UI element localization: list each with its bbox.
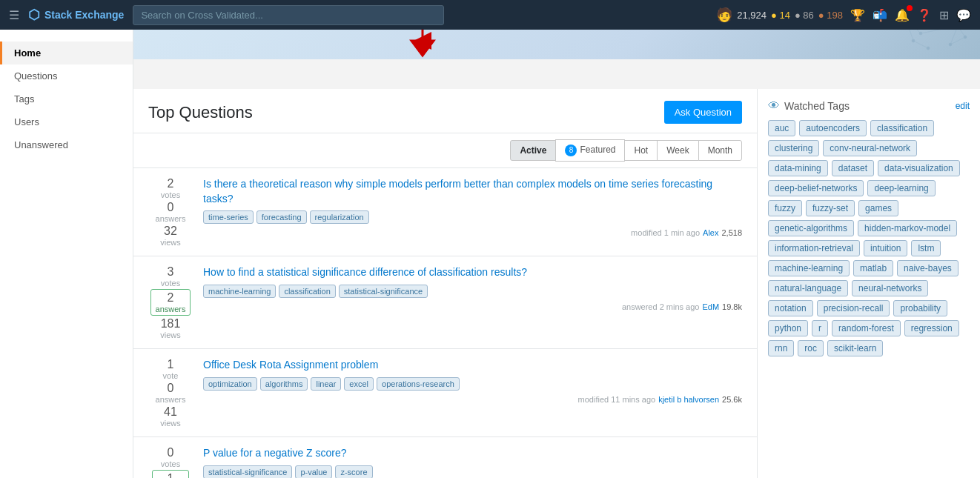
tag-cloud-item[interactable]: machine-learning <box>768 260 850 276</box>
tag-cloud-item[interactable]: auc <box>768 120 795 136</box>
tag-cloud-item[interactable]: neural-networks <box>852 280 928 296</box>
tag-cloud-item[interactable]: notation <box>768 300 813 316</box>
tag-cloud-item[interactable]: r <box>812 320 828 336</box>
tag-cloud-item[interactable]: fuzzy <box>768 200 802 216</box>
tag-cloud-item[interactable]: autoencoders <box>799 120 867 136</box>
tab-week[interactable]: Week <box>657 140 698 161</box>
site-name[interactable]: ⬡ Stack Exchange <box>28 7 124 23</box>
question-content: Office Desk Rota Assignment problem opti… <box>203 358 742 404</box>
table-row: 2 votes 0 answers 32 views Is there a th… <box>133 168 757 256</box>
answer-count: 1 <box>168 472 174 478</box>
hamburger-icon[interactable]: ☰ <box>9 8 19 22</box>
tag-cloud-item[interactable]: natural-language <box>768 280 848 296</box>
question-title[interactable]: P value for a negative Z score? <box>203 446 742 461</box>
tag-cloud-item[interactable]: rnn <box>768 340 794 356</box>
tag[interactable]: p-value <box>295 465 332 478</box>
tag[interactable]: operations-research <box>377 377 460 391</box>
chat-icon[interactable]: 💬 <box>956 8 971 22</box>
help-icon[interactable]: ❓ <box>917 8 932 22</box>
question-title[interactable]: How to find a statistical significance d… <box>203 265 742 280</box>
answer-count: 0 <box>168 201 174 214</box>
tag[interactable]: linear <box>311 377 341 391</box>
tag-cloud-item[interactable]: random-forest <box>832 320 901 336</box>
answers-label: answers <box>156 305 186 313</box>
tag[interactable]: statistical-significance <box>203 465 292 478</box>
tab-featured[interactable]: 8Featured <box>555 139 625 162</box>
views-group: 181 views <box>160 317 181 339</box>
tag-cloud-item[interactable]: hidden-markov-model <box>858 220 957 236</box>
vote-count: 2 <box>168 177 174 190</box>
gold-badge: ● 14 <box>771 10 790 21</box>
tab-active[interactable]: Active <box>510 140 556 161</box>
search-input[interactable] <box>133 5 444 25</box>
tag-cloud-item[interactable]: data-mining <box>768 160 828 176</box>
modified-time: answered 2 mins ago <box>622 302 700 311</box>
tag-cloud-item[interactable]: fuzzy-set <box>806 200 855 216</box>
achievements-icon[interactable]: 🏆 <box>850 8 865 22</box>
tag-cloud-item[interactable]: deep-belief-networks <box>768 180 864 196</box>
tag[interactable]: algorithms <box>260 377 308 391</box>
tag-cloud-item[interactable]: matlab <box>853 260 893 276</box>
tag[interactable]: optimization <box>203 377 257 391</box>
tag-cloud-item[interactable]: clustering <box>768 140 819 156</box>
sidebar-item-home[interactable]: Home <box>0 42 133 64</box>
tag[interactable]: regularization <box>310 210 369 224</box>
tag-cloud-item[interactable]: conv-neural-network <box>823 140 917 156</box>
tag-cloud-item[interactable]: information-retrieval <box>768 240 860 256</box>
tag-cloud-item[interactable]: roc <box>798 340 824 356</box>
user-info: 🧑 21,924 ● 14 ● 86 ● 198 <box>716 7 843 23</box>
view-count: 41 <box>164 405 177 419</box>
view-count: 181 <box>161 317 181 331</box>
votes-group: 0 votes <box>161 446 180 468</box>
tag[interactable]: excel <box>344 377 374 391</box>
tab-month[interactable]: Month <box>698 140 742 161</box>
tag-cloud-item[interactable]: python <box>768 320 808 336</box>
user-link[interactable]: EdM <box>702 302 719 311</box>
nav-right: 🧑 21,924 ● 14 ● 86 ● 198 🏆 📬 🔔 ❓ ⊞ 💬 <box>716 7 971 23</box>
tag-cloud-item[interactable]: scikit-learn <box>827 340 883 356</box>
tag[interactable]: z-score <box>335 465 372 478</box>
tag-cloud-item[interactable]: probability <box>893 300 947 316</box>
answers-group: 0 answers <box>156 382 186 404</box>
ask-question-button[interactable]: Ask Question <box>664 101 742 124</box>
tag-cloud-item[interactable]: regression <box>904 320 959 336</box>
tag-cloud-item[interactable]: genetic-algorithms <box>768 220 854 236</box>
votes-label: votes <box>161 190 180 199</box>
tag-cloud-item[interactable]: deep-learning <box>867 180 935 196</box>
answer-count: 0 <box>168 382 174 395</box>
tag-cloud-item[interactable]: dataset <box>832 160 874 176</box>
stack-exchange-icon[interactable]: ⊞ <box>939 8 949 22</box>
sidebar-item-questions[interactable]: Questions <box>0 64 133 87</box>
question-title[interactable]: Office Desk Rota Assignment problem <box>203 358 742 373</box>
accepted-answer-box: 1 answer <box>152 470 188 478</box>
sidebar-item-users[interactable]: Users <box>0 110 133 133</box>
tag-cloud-item[interactable]: intuition <box>864 240 907 256</box>
answers-group: 0 answers <box>156 201 186 223</box>
user-rep: 19.8k <box>722 302 742 311</box>
answers-group: 2 answers <box>150 289 191 316</box>
sidebar-item-tags[interactable]: Tags <box>0 87 133 110</box>
top-nav: ☰ ⬡ Stack Exchange 🧑 21,924 ● 14 ● 86 ● … <box>0 0 980 30</box>
tag-cloud-item[interactable]: lstm <box>911 240 941 256</box>
tag-cloud-item[interactable]: precision-recall <box>817 300 890 316</box>
question-title[interactable]: Is there a theoretical reason why simple… <box>203 177 742 206</box>
review-icon[interactable]: 🔔 <box>895 8 910 22</box>
tag[interactable]: forecasting <box>256 210 307 224</box>
sidebar-item-unanswered[interactable]: Unanswered <box>0 133 133 156</box>
tag[interactable]: machine-learning <box>203 285 276 298</box>
question-meta: answered 2 mins ago EdM 19.8k <box>203 302 742 311</box>
edit-watched-tags[interactable]: edit <box>956 101 970 111</box>
tag[interactable]: time-series <box>203 210 254 224</box>
user-link[interactable]: Alex <box>703 228 718 237</box>
tag-cloud-item[interactable]: games <box>858 200 898 216</box>
inbox-icon[interactable]: 📬 <box>873 8 887 22</box>
tag-cloud-item[interactable]: naive-bayes <box>897 260 959 276</box>
views-group: 32 views <box>160 225 181 247</box>
tab-hot[interactable]: Hot <box>624 140 658 161</box>
tag-cloud-item[interactable]: data-visualization <box>878 160 960 176</box>
tag[interactable]: statistical-significance <box>339 285 428 298</box>
tag-cloud-item[interactable]: classification <box>870 120 934 136</box>
tag[interactable]: classification <box>279 285 335 298</box>
user-link[interactable]: kjetil b halvorsen <box>658 395 719 404</box>
questions-area: Top Questions Ask Question Active 8Featu… <box>133 89 758 478</box>
